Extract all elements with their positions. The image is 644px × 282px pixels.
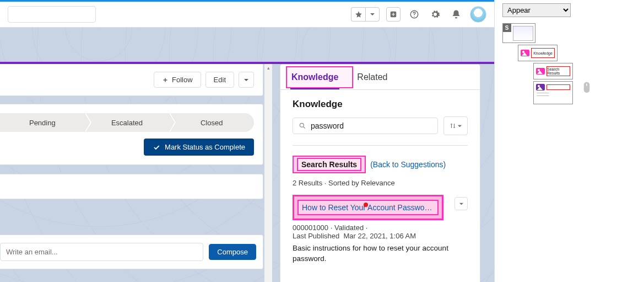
article-status: Validated (334, 224, 364, 232)
edit-button[interactable]: Edit (205, 72, 234, 88)
knowledge-panel-title: Knowledge (293, 99, 468, 110)
result-count: 2 Results (293, 179, 322, 187)
knowledge-tabs: Knowledge Related (280, 65, 480, 90)
divider (293, 145, 468, 146)
global-search-input[interactable] (8, 6, 96, 23)
image-icon (536, 84, 545, 91)
sort-icon (450, 122, 456, 130)
search-icon (299, 122, 306, 130)
record-detail-card (0, 174, 263, 199)
compose-button[interactable]: Compose (209, 244, 256, 260)
cursor-marker-icon (364, 203, 368, 207)
article-meta-line2: Last Published Mar 22, 2021, 1:06 AM (293, 232, 453, 240)
knowledge-article-result: How to Reset Your Account Password (Sa..… (293, 195, 468, 264)
results-meta: 2 Results Sorted by Relevance (293, 179, 468, 187)
mark-status-complete-button[interactable]: Mark Status as Complete (144, 139, 254, 156)
chevron-down-icon (459, 201, 464, 206)
search-results-label: Search Results (297, 158, 361, 171)
tree-node-article[interactable]: –––––––– –––––––– (533, 81, 644, 104)
email-composer-card: Compose (0, 235, 263, 269)
global-header (0, 0, 494, 28)
tab-related[interactable]: Related (356, 65, 388, 89)
path-stage-escalated[interactable]: Escalated (85, 113, 170, 132)
image-icon (521, 50, 529, 56)
svg-rect-5 (586, 84, 587, 87)
tree-node-knowledge[interactable]: Knowledge (518, 45, 644, 61)
highlight-search-results: Search Results (293, 156, 366, 173)
back-to-suggestions-link[interactable]: (Back to Suggestions) (370, 160, 446, 169)
svg-point-3 (300, 123, 304, 127)
image-icon (536, 68, 545, 75)
main-app-region: HIDE ▴ ▾ Follow Edit (0, 0, 495, 282)
svg-point-2 (414, 16, 415, 17)
tree-node-root[interactable]: S (502, 23, 644, 43)
inspector-mode-select[interactable]: Appear (502, 3, 571, 17)
favorites-icon[interactable] (351, 7, 365, 22)
left-pane-scrollbar[interactable]: ▴ (264, 64, 272, 282)
status-path: Pending Escalated Closed (0, 113, 254, 132)
favorites-dropdown-icon[interactable] (365, 7, 380, 22)
notifications-bell-icon[interactable] (449, 7, 463, 22)
knowledge-card: Knowledge Related Knowledge (280, 64, 480, 282)
knowledge-body: Knowledge (280, 90, 480, 273)
user-avatar[interactable] (470, 6, 486, 23)
article-actions-menu[interactable] (454, 197, 468, 210)
search-results-header: Search Results (Back to Suggestions) (293, 156, 468, 173)
setup-gear-icon[interactable] (428, 7, 442, 22)
chevron-down-icon (457, 124, 462, 129)
knowledge-column: Knowledge Related Knowledge (280, 64, 480, 282)
global-actions (351, 6, 486, 23)
path-stage-closed[interactable]: Closed (169, 113, 254, 132)
follow-button[interactable]: Follow (154, 72, 201, 88)
last-published-value: Mar 22, 2021, 1:06 AM (344, 232, 416, 240)
article-meta-line1: 000001000 · Validated · (293, 224, 453, 232)
mouse-icon (582, 81, 592, 94)
email-body-input[interactable] (0, 243, 203, 261)
inspector-tree: S Knowledge Search Results –––––––– (495, 19, 644, 104)
root-badge: S (502, 23, 511, 32)
tree-node-search-results[interactable]: Search Results (533, 63, 644, 79)
path-stage-pending[interactable]: Pending (0, 113, 85, 132)
global-add-icon[interactable] (386, 7, 401, 22)
sorted-by: Sorted by Relevance (324, 179, 395, 187)
record-header-actions: Follow Edit (0, 64, 263, 96)
inspector-panel: Appear S Knowledge Search Results (495, 0, 644, 282)
knowledge-sort-button[interactable] (443, 116, 468, 135)
tab-knowledge[interactable]: Knowledge (290, 65, 339, 89)
record-content: Follow Edit Pending Escalated Closed (0, 28, 494, 282)
article-number: 000001000 (293, 224, 328, 232)
path-card: Pending Escalated Closed Mark Status as … (0, 104, 263, 165)
follow-button-label: Follow (172, 76, 193, 84)
knowledge-search-input[interactable] (311, 121, 432, 130)
article-title-link[interactable]: How to Reset Your Account Password (Sa..… (297, 200, 439, 215)
record-actions-menu[interactable] (239, 72, 254, 88)
knowledge-search-field[interactable] (293, 118, 438, 134)
record-left-column: Follow Edit Pending Escalated Closed (0, 64, 263, 269)
svg-rect-4 (584, 82, 590, 93)
help-icon[interactable] (407, 7, 421, 22)
highlight-article-title: How to Reset Your Account Password (Sa..… (293, 195, 443, 220)
article-summary: Basic instructions for how to reset your… (293, 243, 453, 264)
last-published-label: Last Published (293, 232, 339, 240)
